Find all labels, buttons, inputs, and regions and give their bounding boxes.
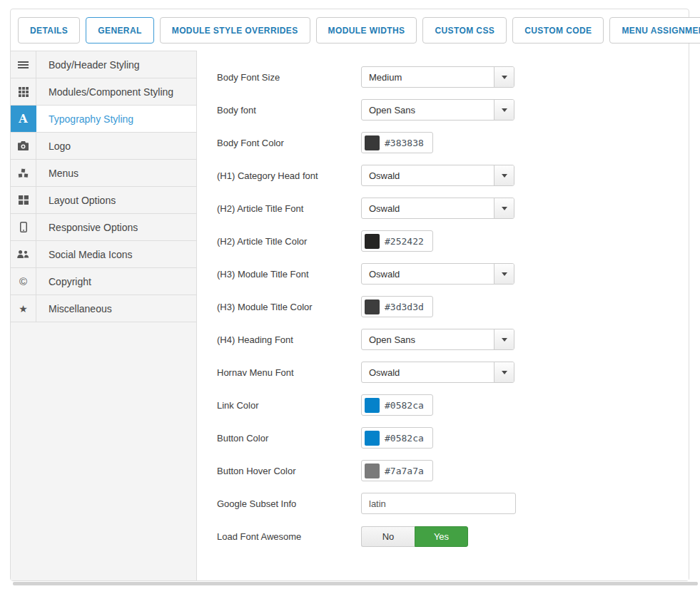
sidebar-item-layout-options[interactable]: Layout Options	[11, 187, 196, 214]
load-font-awesome-yes-button[interactable]: Yes	[415, 526, 468, 547]
h1-category-head-font-select[interactable]: Oswald	[361, 165, 514, 186]
mobile-icon	[11, 214, 36, 240]
field-label: Hornav Menu Font	[217, 367, 361, 378]
grid-icon	[11, 78, 36, 105]
users-icon	[11, 241, 36, 267]
h3-module-title-color-field[interactable]: #3d3d3d	[361, 296, 433, 317]
tab-custom-css[interactable]: CUSTOM CSS	[422, 17, 507, 43]
field-label: Google Subset Info	[217, 498, 361, 509]
link-color-field[interactable]: #0582ca	[361, 394, 433, 416]
form-row-h2-article-title-font: (H2) Article Title Font Oswald	[217, 198, 689, 219]
copyright-icon: ©	[11, 268, 36, 294]
tab-bar: DETAILS GENERAL MODULE STYLE OVERRIDES M…	[11, 9, 689, 51]
chevron-down-icon[interactable]	[494, 198, 514, 218]
sidebar-item-label: Modules/Component Styling	[36, 78, 196, 105]
sidebar-item-menus[interactable]: Menus	[11, 160, 196, 187]
sidebar-item-label: Logo	[36, 133, 196, 159]
grid-large-icon	[11, 187, 36, 213]
form-row-h4-heading-font: (H4) Heading Font Open Sans	[217, 329, 689, 350]
form-row-body-font-color: Body Font Color #383838	[217, 132, 689, 153]
tab-module-widths[interactable]: MODULE WIDTHS	[316, 17, 417, 43]
sidebar-item-miscellaneous[interactable]: ★ Miscellaneous	[11, 295, 196, 322]
sidebar-item-label: Social Media Icons	[36, 241, 196, 267]
h3-module-title-font-select[interactable]: Oswald	[361, 263, 514, 285]
color-hex-value: #3d3d3d	[385, 302, 424, 312]
tab-general[interactable]: GENERAL	[86, 17, 153, 43]
field-label: (H4) Heading Font	[217, 334, 361, 345]
form-row-button-hover-color: Button Hover Color #7a7a7a	[217, 460, 689, 481]
button-hover-color-field[interactable]: #7a7a7a	[361, 460, 433, 481]
chevron-down-icon[interactable]	[494, 100, 514, 120]
load-font-awesome-no-button[interactable]: No	[361, 526, 415, 547]
sidebar-item-body-header-styling[interactable]: Body/Header Styling	[11, 51, 196, 78]
form-row-google-subset-info: Google Subset Info	[217, 493, 689, 514]
star-icon: ★	[11, 295, 36, 322]
hornav-menu-font-select[interactable]: Oswald	[361, 362, 514, 383]
field-label: (H1) Category Head font	[217, 170, 361, 181]
chevron-down-icon[interactable]	[494, 264, 514, 284]
sidebar-item-typography-styling[interactable]: A Typography Styling	[11, 106, 196, 133]
field-label: (H2) Article Title Color	[217, 236, 361, 247]
field-label: Body Font Size	[217, 72, 361, 83]
sidebar-item-label: Miscellaneous	[36, 295, 196, 322]
body-font-select[interactable]: Open Sans	[361, 99, 514, 121]
sidebar-filler	[11, 322, 196, 580]
field-label: Button Color	[217, 433, 361, 444]
color-hex-value: #0582ca	[385, 433, 424, 444]
camera-icon	[11, 133, 36, 159]
select-value: Oswald	[362, 264, 494, 284]
sidebar-item-logo[interactable]: Logo	[11, 133, 196, 160]
field-label: Load Font Awesome	[217, 531, 361, 542]
sidebar-item-modules-component-styling[interactable]: Modules/Component Styling	[11, 78, 196, 106]
tab-custom-code[interactable]: CUSTOM CODE	[512, 17, 604, 43]
sidebar-item-label: Copyright	[36, 268, 196, 294]
field-label: Button Hover Color	[217, 466, 361, 476]
settings-form: Body Font Size Medium Body font Open San…	[197, 51, 689, 580]
body-font-size-select[interactable]: Medium	[361, 66, 514, 88]
select-value: Medium	[362, 67, 494, 87]
load-font-awesome-toggle: No Yes	[361, 526, 468, 547]
color-swatch	[365, 234, 380, 249]
form-row-h3-module-title-font: (H3) Module Title Font Oswald	[217, 263, 689, 285]
chevron-down-icon[interactable]	[494, 67, 514, 87]
form-row-h3-module-title-color: (H3) Module Title Color #3d3d3d	[217, 296, 689, 317]
color-swatch	[365, 135, 380, 150]
select-value: Open Sans	[362, 100, 494, 120]
field-label: (H3) Module Title Color	[217, 302, 361, 312]
template-settings-panel: DETAILS GENERAL MODULE STYLE OVERRIDES M…	[10, 9, 689, 581]
color-hex-value: #0582ca	[385, 400, 424, 411]
color-swatch	[365, 398, 380, 413]
form-row-load-font-awesome: Load Font Awesome No Yes	[217, 526, 689, 547]
sidebar-item-label: Typography Styling	[36, 106, 196, 132]
menu-bars-icon	[11, 51, 36, 78]
sidebar-item-label: Menus	[36, 160, 196, 186]
chevron-down-icon[interactable]	[494, 329, 514, 349]
form-row-body-font: Body font Open Sans	[217, 99, 689, 121]
body-font-color-field[interactable]: #383838	[361, 132, 433, 153]
form-row-link-color: Link Color #0582ca	[217, 394, 689, 416]
sidebar-item-label: Body/Header Styling	[36, 51, 196, 78]
button-color-field[interactable]: #0582ca	[361, 427, 433, 449]
chevron-down-icon[interactable]	[494, 165, 514, 185]
sidebar-item-label: Responsive Options	[36, 214, 196, 240]
color-swatch	[365, 299, 380, 314]
google-subset-info-input[interactable]	[361, 493, 516, 514]
chevron-down-icon[interactable]	[494, 362, 514, 382]
h2-article-title-font-select[interactable]: Oswald	[361, 198, 514, 219]
sidebar-item-copyright[interactable]: © Copyright	[11, 268, 196, 295]
select-value: Oswald	[362, 198, 494, 218]
color-swatch	[365, 431, 380, 446]
color-hex-value: #252422	[385, 236, 424, 247]
form-row-button-color: Button Color #0582ca	[217, 427, 689, 449]
sidebar-item-responsive-options[interactable]: Responsive Options	[11, 214, 196, 241]
field-label: Body Font Color	[217, 138, 361, 148]
h2-article-title-color-field[interactable]: #252422	[361, 230, 433, 252]
tab-module-style-overrides[interactable]: MODULE STYLE OVERRIDES	[160, 17, 310, 43]
tab-content: Body/Header Styling Modules/Component St…	[11, 51, 689, 580]
sidebar-item-social-media-icons[interactable]: Social Media Icons	[11, 241, 196, 268]
tab-details[interactable]: DETAILS	[18, 17, 80, 43]
form-row-h2-article-title-color: (H2) Article Title Color #252422	[217, 230, 689, 252]
h4-heading-font-select[interactable]: Open Sans	[361, 329, 514, 350]
tab-menu-assignment[interactable]: MENU ASSIGNMENT	[609, 17, 700, 43]
field-label: Body font	[217, 105, 361, 116]
